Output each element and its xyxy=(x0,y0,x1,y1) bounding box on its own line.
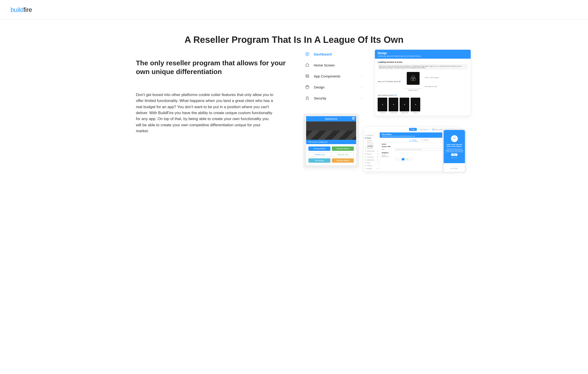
main-content: The only reseller program that allows fo… xyxy=(125,45,463,187)
primary-button[interactable]: Primary Button xyxy=(308,146,330,151)
page-title: A Reseller Program That Is In A League O… xyxy=(0,35,588,45)
nav-label: Dashboard xyxy=(314,52,332,56)
app-icon-preview[interactable] xyxy=(407,72,420,85)
side-commerce[interactable]: Commerce▾ xyxy=(364,155,378,158)
side-media[interactable]: Add Media xyxy=(364,147,378,149)
tab-settings[interactable]: ⚙ Settings xyxy=(420,139,430,141)
help-icon[interactable]: ? xyxy=(399,81,400,83)
warning-button[interactable]: Warning Button xyxy=(332,158,354,163)
side-intro[interactable]: Intro Slides xyxy=(364,145,378,147)
sub-heading: The only reseller program that allows fo… xyxy=(136,59,288,76)
hamburger-icon[interactable] xyxy=(352,117,355,119)
svg-point-0 xyxy=(306,52,309,56)
svg-point-10 xyxy=(411,77,414,81)
phone-headline: HOW TO USE THIS APP WITH YOUR COMPANY xyxy=(445,144,463,147)
body-paragraph: Don't get boxed into other platforms coo… xyxy=(136,92,273,134)
chevron-right-icon: › xyxy=(361,96,362,100)
svg-point-5 xyxy=(306,86,307,87)
design-panel-card: Design Update your app color scheme, app… xyxy=(375,50,471,116)
nav-label: Home Screen xyxy=(314,63,335,67)
appearance-title: Appearance xyxy=(325,118,337,120)
brand-logo[interactable]: buildfire xyxy=(10,6,32,13)
phone-subtext: To get started simply sign up or registe… xyxy=(445,148,463,152)
nav-label: App Components xyxy=(314,74,340,78)
dashboard-icon xyxy=(305,52,310,56)
icon-size-hint: 1024 x 1024 square xyxy=(425,77,468,78)
nav-dashboard[interactable]: Dashboard xyxy=(304,49,363,60)
phone-footer[interactable]: ◐ Preview xyxy=(444,163,465,173)
side-home[interactable]: Homescreen▾ xyxy=(364,149,378,152)
phone-next-button[interactable]: Next xyxy=(451,154,457,156)
svg-point-1 xyxy=(307,53,308,55)
theme-select[interactable]: App Theme ▾ xyxy=(418,128,430,131)
svg-rect-8 xyxy=(306,98,308,100)
side-users[interactable]: Users▾ xyxy=(364,161,378,164)
components-icon xyxy=(305,74,310,78)
loading-screens-label: App loading screens xyxy=(378,94,394,96)
nav-home[interactable]: Home Screen xyxy=(304,60,363,71)
appearance-hero xyxy=(306,122,356,140)
svg-rect-2 xyxy=(306,74,308,77)
loading-screens-row: +640x960 +1242x2208 +1536x2048 +1600x2 xyxy=(378,98,468,114)
site-header: buildfire xyxy=(0,0,588,20)
logo-part-build: build xyxy=(10,6,24,13)
marketing-copy: The only reseller program that allows fo… xyxy=(136,45,288,173)
side-branding[interactable]: Branding xyxy=(364,139,378,141)
design-panel-title: Design xyxy=(378,52,468,55)
design-section-heading: Loading Screens & Icons xyxy=(378,61,468,63)
info-button[interactable]: Info Button xyxy=(308,158,330,163)
side-notifications[interactable]: Notifications▾ xyxy=(364,158,378,161)
design-note: Note: If your app has already been publi… xyxy=(378,64,468,70)
color-palette[interactable]: off xyxy=(395,158,413,160)
help-icon[interactable]: ? xyxy=(395,94,397,96)
dashboard-sidebar: Dashboard Design Branding Side Menu Foot… xyxy=(363,133,379,171)
ui-collage: Dashboard Home Screen App Components › D… xyxy=(301,45,452,173)
loading-screen-thumb[interactable]: + xyxy=(378,98,387,111)
success-link[interactable]: Success Link xyxy=(332,152,354,157)
nav-components[interactable]: App Components › xyxy=(304,71,363,82)
char-limit-hint: 40 character limit xyxy=(425,86,468,87)
thumb-size: 1600x2 xyxy=(413,112,418,114)
side-settings[interactable]: Settings▾ xyxy=(364,167,378,170)
svg-point-6 xyxy=(307,86,307,86)
phone-preview: HOW TO USE THIS APP WITH YOUR COMPANY To… xyxy=(442,129,466,173)
appearance-card: Appearance This is your overlay text Pri… xyxy=(304,114,359,167)
lock-icon xyxy=(305,96,310,100)
side-screens[interactable]: Screens▾ xyxy=(364,152,378,155)
thumb-size: 640x960 xyxy=(380,112,385,114)
side-design[interactable]: Design xyxy=(364,136,378,139)
design-panel-header: Design Update your app color scheme, app… xyxy=(375,50,471,59)
loading-screen-thumb[interactable]: + xyxy=(400,98,409,111)
tab-design[interactable]: ✎ Design xyxy=(409,139,418,141)
logo-part-fire: fire xyxy=(24,6,32,13)
side-sidemenu[interactable]: Side Menu xyxy=(364,141,378,143)
svg-point-9 xyxy=(412,76,415,79)
thumb-size: 1242x2208 xyxy=(390,112,397,114)
loading-screen-thumb[interactable]: + xyxy=(389,98,398,111)
palette-icon xyxy=(305,85,310,89)
publish-button[interactable]: Publish xyxy=(409,128,417,131)
panel-subtitle: Customize the screens your users will se… xyxy=(381,135,415,137)
side-dashboard[interactable]: Dashboard xyxy=(364,134,378,136)
side-analytics[interactable]: Analytics xyxy=(364,164,378,167)
success-button[interactable]: Success Button xyxy=(332,146,354,151)
nav-label: Security xyxy=(314,96,326,100)
chevron-right-icon: › xyxy=(361,74,362,78)
chevron-right-icon: › xyxy=(361,85,362,89)
primary-link[interactable]: Primary Link xyxy=(308,152,330,157)
pager-dots xyxy=(452,157,457,158)
design-panel-subtitle: Update your app color scheme, app icon a… xyxy=(378,55,468,57)
svg-point-11 xyxy=(413,77,416,81)
side-footer[interactable]: Footer Menu xyxy=(364,143,378,145)
appearance-title-bar: Appearance xyxy=(306,116,356,122)
panel-title: Intro Slides xyxy=(381,133,415,135)
display-name-value: Design App #1 xyxy=(404,89,422,91)
loading-screen-thumb[interactable]: + xyxy=(411,98,420,111)
nav-design[interactable]: Design › xyxy=(304,82,363,93)
svg-rect-3 xyxy=(307,75,309,78)
nav-card: Dashboard Home Screen App Components › D… xyxy=(301,45,366,107)
home-icon xyxy=(305,63,310,67)
app-icon-label: App icon & Display name xyxy=(378,80,398,83)
nav-label: Design xyxy=(314,85,325,89)
nav-security[interactable]: Security › xyxy=(304,93,363,104)
